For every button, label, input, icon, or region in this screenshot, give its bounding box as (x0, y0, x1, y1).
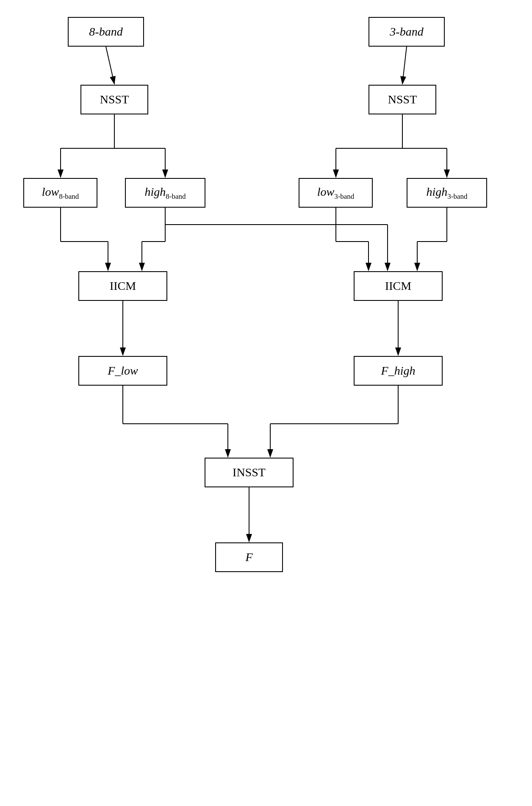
label-low8: low8-band (42, 185, 79, 201)
box-nsst-left: NSST (80, 85, 148, 114)
label-low3: low3-band (317, 185, 355, 201)
box-iicm-right: IICM (354, 271, 443, 301)
arrow-3band-nsst (402, 47, 407, 84)
label-high3: high3-band (427, 185, 468, 201)
flowchart: 8-band 3-band NSST NSST low8-band high8-… (0, 0, 532, 806)
box-f-low: F_low (78, 356, 167, 386)
label-f-high: F_high (381, 364, 416, 378)
box-f-output: F (215, 542, 283, 572)
label-nsst-left: NSST (100, 93, 129, 106)
box-insst: INSST (205, 458, 294, 487)
label-insst: INSST (233, 466, 266, 479)
label-8band: 8-band (89, 25, 122, 39)
box-low8: low8-band (23, 178, 97, 208)
box-iicm-left: IICM (78, 271, 167, 301)
arrow-8band-nsst (106, 47, 114, 84)
box-f-high: F_high (354, 356, 443, 386)
box-low3: low3-band (299, 178, 373, 208)
box-3band: 3-band (369, 17, 445, 47)
label-iicm-right: IICM (385, 279, 411, 293)
label-3band: 3-band (390, 25, 423, 39)
label-iicm-left: IICM (110, 279, 136, 293)
arrows-svg (0, 0, 532, 806)
label-f-output: F (245, 550, 252, 564)
label-nsst-right: NSST (388, 93, 417, 106)
label-f-low: F_low (108, 364, 138, 378)
box-nsst-right: NSST (369, 85, 436, 114)
label-high8: high8-band (145, 185, 186, 201)
box-high3: high3-band (407, 178, 487, 208)
box-high8: high8-band (125, 178, 205, 208)
box-8band: 8-band (68, 17, 144, 47)
